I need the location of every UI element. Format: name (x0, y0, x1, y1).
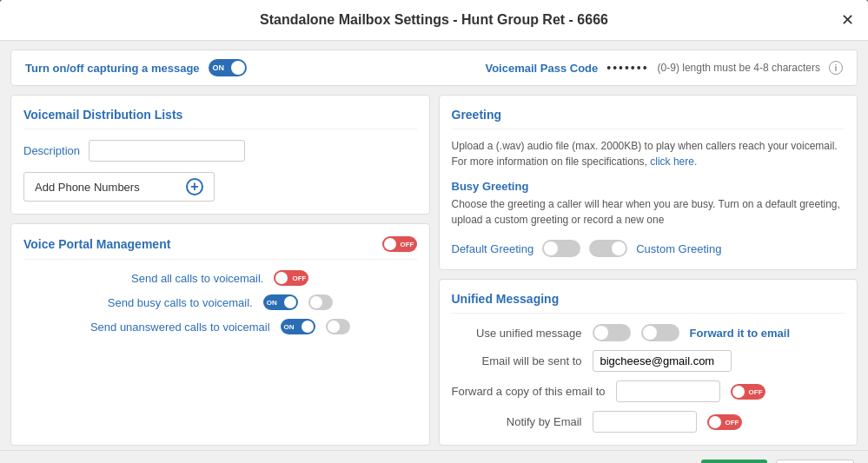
desc-label: Description (23, 144, 80, 157)
email-sent-row: Email will be sent to (452, 350, 845, 372)
vpm-toggle[interactable]: OFF (382, 236, 417, 252)
use-unified-label: Use unified message (452, 327, 582, 340)
send-busy-toggle-r[interactable]: ON (263, 294, 298, 310)
greeting-info-r: Upload a (.wav) audio file (max. 2000KB)… (452, 138, 845, 169)
top-bar-rebuilt: Turn on/off capturing a message ON Voice… (10, 50, 858, 86)
send-all-row-r: Send all calls to voicemail. OFF (23, 270, 417, 286)
unified-title-r: Unified Messaging (452, 292, 845, 314)
send-all-toggle-r[interactable]: OFF (274, 270, 308, 286)
add-phone-btn-r[interactable]: Add Phone Numbers + (23, 172, 215, 202)
modal: Standalone Mailbox Settings - Hunt Group… (0, 0, 868, 463)
click-here-link[interactable]: click here. (650, 155, 697, 168)
passcode-dots-r: ••••••• (606, 61, 648, 75)
capturing-label-r: Turn on/off capturing a message (25, 62, 200, 75)
forward-copy-input[interactable] (616, 380, 720, 402)
modal-title: Standalone Mailbox Settings - Hunt Group… (260, 12, 608, 27)
use-unified-toggle2[interactable] (641, 324, 679, 341)
notify-toggle[interactable]: OFF (707, 414, 742, 430)
unified-panel-r: Unified Messaging Use unified message Fo… (439, 279, 858, 446)
default-greeting-toggle-r[interactable] (542, 240, 580, 257)
passcode-label-r: Voicemail Pass Code (485, 62, 598, 75)
send-busy-toggle2[interactable] (308, 294, 333, 310)
modal-body-new: Turn on/off capturing a message ON Voice… (0, 41, 868, 463)
modal-footer: Save Cancel (0, 450, 868, 463)
passcode-hint-r: (0-9) length must be 4-8 characters (658, 62, 820, 74)
forward-copy-toggle[interactable]: OFF (731, 384, 765, 400)
notify-row: Notify by Email OFF (452, 411, 845, 433)
modal-header: Standalone Mailbox Settings - Hunt Group… (0, 0, 868, 41)
add-plus-icon: + (186, 178, 203, 195)
forward-copy-row: Forward a copy of this email to OFF (452, 380, 845, 402)
greeting-panel-r: Greeting Upload a (.wav) audio file (max… (439, 95, 858, 270)
vpm-panel: Voice Portal Management OFF Send all cal… (10, 223, 430, 446)
custom-greeting-label-r: Custom Greeting (636, 242, 721, 255)
desc-input[interactable] (89, 140, 245, 162)
busy-title-r: Busy Greeting (452, 180, 845, 193)
save-button[interactable]: Save (701, 460, 768, 463)
email-input[interactable] (593, 350, 732, 372)
email-sent-label: Email will be sent to (452, 354, 582, 367)
use-unified-toggle[interactable] (593, 324, 631, 341)
use-unified-row: Use unified message Forward it to email (452, 324, 845, 341)
default-greeting-label-r: Default Greeting (452, 242, 534, 255)
send-unanswered-toggle2[interactable] (326, 319, 350, 334)
notify-label: Notify by Email (452, 415, 582, 428)
forward-email-link[interactable]: Forward it to email (690, 327, 791, 340)
vdl-title: Voicemail Distribution Lists (23, 108, 417, 129)
close-button[interactable]: ✕ (841, 12, 854, 28)
send-unanswered-toggle-r[interactable]: ON (281, 319, 315, 334)
cancel-button[interactable]: Cancel (776, 460, 854, 463)
forward-copy-label: Forward a copy of this email to (452, 385, 606, 398)
vdl-panel: Voicemail Distribution Lists Description… (10, 95, 430, 215)
send-busy-row-r: Send busy calls to voicemail. ON (23, 294, 417, 310)
add-phone-label-r: Add Phone Numbers (35, 181, 140, 194)
vpm-title: Voice Portal Management (23, 237, 170, 251)
notify-input[interactable] (593, 411, 697, 433)
busy-desc-r: Choose the greeting a caller will hear w… (452, 196, 845, 228)
custom-greeting-toggle-r[interactable] (589, 240, 627, 257)
greeting-title-r: Greeting (452, 108, 845, 129)
send-unanswered-row-r: Send unanswered calls to voicemail ON (23, 319, 417, 334)
capturing-toggle-r[interactable]: ON (209, 59, 247, 76)
info-icon-r[interactable]: i (829, 61, 843, 75)
